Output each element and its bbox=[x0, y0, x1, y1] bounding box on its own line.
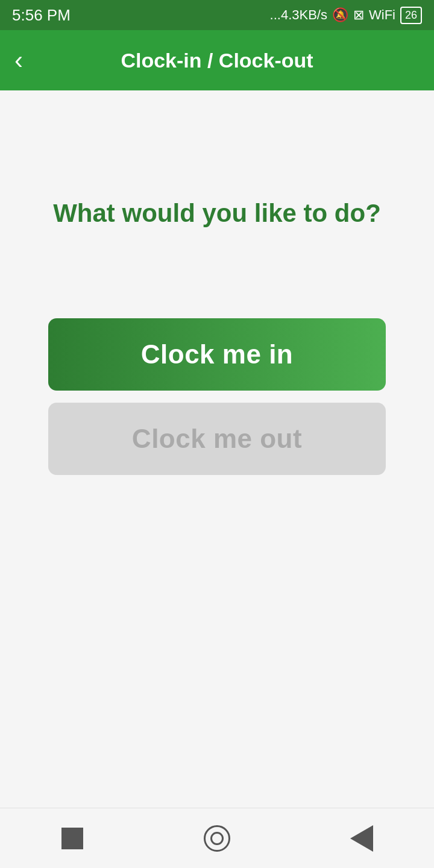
back-button[interactable]: ‹ bbox=[14, 48, 23, 73]
stop-nav-button[interactable] bbox=[57, 823, 87, 854]
toolbar-title: Clock-in / Clock-out bbox=[121, 49, 313, 72]
back-nav-icon bbox=[350, 825, 373, 852]
battery-icon: 26 bbox=[400, 7, 422, 24]
clock-out-button[interactable]: Clock me out bbox=[48, 403, 386, 475]
status-icons: ...4.3KB/s 🔕 ⊠ WiFi 26 bbox=[270, 7, 422, 24]
home-icon bbox=[204, 825, 230, 852]
clock-in-button[interactable]: Clock me in bbox=[48, 318, 386, 391]
stop-icon bbox=[61, 828, 83, 849]
prompt-text: What would you like to do? bbox=[29, 199, 405, 228]
home-nav-button[interactable] bbox=[202, 823, 232, 854]
network-speed: ...4.3KB/s bbox=[270, 7, 327, 23]
toolbar: ‹ Clock-in / Clock-out bbox=[0, 30, 434, 90]
mute-icon: 🔕 bbox=[332, 7, 348, 23]
wifi-icon: WiFi bbox=[369, 7, 395, 23]
back-nav-button[interactable] bbox=[347, 823, 377, 854]
sim-icon: ⊠ bbox=[353, 7, 364, 23]
status-time: 5:56 PM bbox=[12, 6, 71, 25]
main-content: What would you like to do? Clock me in C… bbox=[0, 90, 434, 808]
status-bar: 5:56 PM ...4.3KB/s 🔕 ⊠ WiFi 26 bbox=[0, 0, 434, 30]
bottom-nav-bar bbox=[0, 808, 434, 868]
buttons-container: Clock me in Clock me out bbox=[0, 318, 434, 475]
